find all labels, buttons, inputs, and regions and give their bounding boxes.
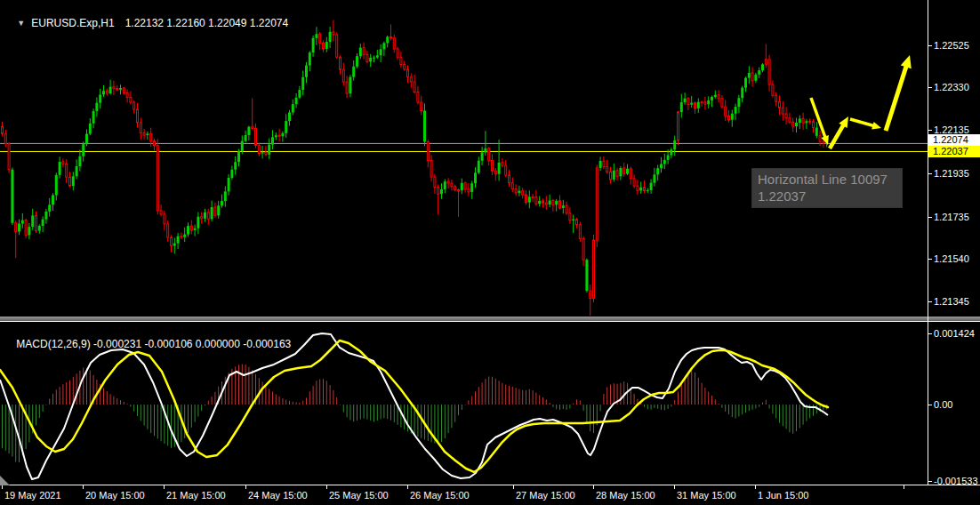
candle (813, 119, 815, 132)
time-tick (593, 485, 594, 489)
candle (119, 84, 122, 94)
candle (130, 92, 132, 105)
candle (447, 178, 449, 188)
candle (458, 188, 460, 217)
candle (809, 118, 811, 124)
candle (369, 54, 372, 67)
candle (102, 85, 105, 97)
candle (157, 139, 158, 214)
candle (528, 190, 531, 208)
candle (619, 166, 622, 180)
candle (748, 66, 751, 84)
time-tick-label: 21 May 15:00 (166, 490, 226, 501)
candles-layer (2, 20, 829, 316)
candle (545, 196, 547, 209)
candle (644, 180, 646, 194)
candle (173, 237, 176, 253)
candle (18, 220, 20, 236)
candle (288, 110, 291, 126)
candle (113, 81, 115, 95)
trend-arrow[interactable] (850, 119, 881, 130)
candle (754, 73, 757, 83)
candle (82, 141, 84, 161)
candle (758, 68, 760, 78)
bid-price-box: 1.22074 (928, 134, 980, 146)
time-axis[interactable]: 19 May 202120 May 15:0021 May 15:0024 Ma… (0, 485, 980, 505)
candle (109, 80, 112, 95)
candle (390, 24, 392, 40)
candle (737, 95, 740, 113)
price-chart-pane[interactable] (0, 0, 928, 317)
candle (164, 211, 165, 230)
candle (684, 92, 687, 105)
trend-arrows-layer[interactable] (811, 55, 912, 148)
candle (725, 100, 727, 122)
candle (656, 164, 659, 180)
candle (789, 113, 791, 124)
candle (555, 199, 558, 212)
price-axis[interactable]: 1.225251.223301.221351.219351.217351.215… (928, 0, 980, 485)
trend-arrow[interactable] (886, 55, 912, 131)
candle (572, 215, 574, 234)
candle (298, 86, 301, 99)
candle (252, 99, 253, 131)
candle (285, 114, 287, 138)
candle (430, 155, 432, 181)
candle (639, 181, 642, 194)
candle (181, 233, 182, 239)
candle (569, 207, 571, 224)
candle (258, 142, 260, 156)
candle (106, 88, 108, 95)
candle (85, 129, 88, 146)
candle (201, 212, 203, 224)
candle (603, 156, 605, 169)
candle (697, 99, 700, 113)
candle (637, 180, 639, 195)
candle (89, 118, 92, 135)
candle (650, 179, 653, 193)
candle (741, 86, 743, 103)
candle (143, 129, 145, 140)
candle (329, 27, 332, 48)
candle (552, 199, 554, 212)
candle (653, 168, 655, 187)
candle (8, 142, 10, 173)
candle (211, 201, 213, 221)
candle (518, 186, 520, 196)
candle (154, 139, 156, 150)
candle (366, 51, 368, 63)
candle (532, 194, 534, 202)
candle (4, 130, 6, 147)
candle (363, 43, 365, 60)
candle (488, 147, 490, 165)
candle (25, 219, 27, 238)
candle (38, 224, 41, 233)
scroll-corner-marker[interactable] (0, 476, 10, 485)
candle (509, 170, 510, 187)
candle (535, 190, 537, 206)
candle (245, 131, 247, 143)
candle (772, 81, 774, 98)
candle (356, 53, 358, 68)
candle (461, 179, 463, 195)
candle (305, 62, 308, 84)
candle (718, 90, 719, 102)
candle (265, 146, 267, 156)
candle (647, 188, 649, 193)
candle (190, 220, 192, 235)
candle (582, 236, 584, 266)
price-tick-label: 1.21735 (934, 212, 969, 222)
price-tick-label: 1.21345 (934, 296, 969, 307)
candle (309, 51, 311, 71)
time-tick-label: 28 May 15:00 (596, 490, 655, 501)
chevron-down-icon[interactable]: ▼ (17, 19, 25, 28)
candle (167, 220, 169, 242)
candle (66, 159, 68, 183)
candle (407, 65, 409, 83)
time-tick (674, 485, 675, 489)
candle (502, 158, 503, 167)
candle (728, 110, 730, 123)
candle (775, 92, 777, 107)
candle (44, 209, 47, 224)
candle (325, 37, 328, 52)
